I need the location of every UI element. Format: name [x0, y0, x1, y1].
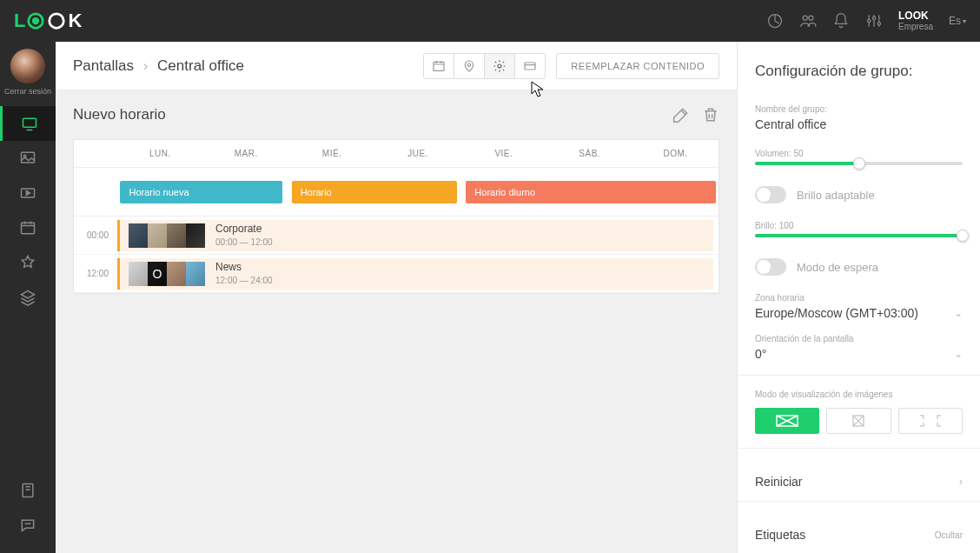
language-selector[interactable]: Es ▾ — [949, 15, 966, 27]
standby-label: Modo de espera — [797, 261, 878, 274]
playlist-thumbs: O — [129, 262, 205, 286]
day-header: MAR. — [203, 140, 289, 167]
brightness-slider[interactable] — [755, 234, 963, 237]
group-name-value[interactable]: Central office — [755, 117, 963, 131]
playlist-thumbs — [129, 223, 205, 248]
svg-point-7 — [872, 17, 875, 19]
svg-rect-18 — [525, 63, 535, 70]
playlist-range: 00:00 — 12:00 — [215, 237, 273, 248]
day-header: VIE. — [460, 140, 546, 167]
playlist-range: 12:00 — 24:00 — [215, 275, 273, 286]
breadcrumb-current: Central office — [157, 57, 244, 74]
svg-point-16 — [468, 63, 471, 66]
schedule-bar[interactable]: Horario nueva — [120, 181, 282, 203]
content-title: Nuevo horario — [73, 106, 166, 123]
day-header: MIÉ. — [289, 140, 375, 167]
topbar: L K LOOK Empresa Es ▾ — [0, 0, 980, 42]
orientation-label: Orientación de la pantalla — [755, 334, 963, 343]
schedule-bar[interactable]: Horario diurno — [466, 181, 715, 203]
group-name-label: Nombre del grupo: — [755, 104, 963, 114]
breadcrumb: Pantallas › Central office — [73, 57, 244, 75]
users-icon[interactable] — [799, 12, 817, 30]
card-button[interactable] — [514, 53, 546, 79]
image-mode-fit[interactable] — [826, 408, 891, 434]
edit-icon[interactable] — [672, 106, 690, 123]
sidebar: Cerrar sesión — [0, 42, 56, 553]
avatar[interactable] — [10, 49, 45, 83]
location-button[interactable] — [454, 53, 485, 79]
sidebar-item-apps[interactable] — [0, 245, 56, 280]
chevron-down-icon: ⌄ — [954, 348, 963, 360]
svg-rect-13 — [22, 223, 35, 234]
restart-link[interactable]: Reiniciar › — [755, 463, 963, 501]
image-mode-fill[interactable] — [898, 408, 963, 434]
playlist-row[interactable]: 00:00 Corporate 00:00 — 12:00 — [74, 217, 718, 255]
timezone-label: Zona horaria — [755, 293, 963, 303]
svg-point-2 — [50, 14, 64, 29]
bell-icon[interactable] — [832, 12, 850, 30]
playlist-time: 00:00 — [74, 230, 117, 240]
settings-icon[interactable] — [865, 12, 883, 30]
svg-rect-9 — [23, 118, 36, 127]
day-header: JUE. — [375, 140, 461, 167]
chevron-right-icon: › — [959, 476, 963, 488]
stats-icon[interactable] — [766, 12, 784, 30]
svg-point-8 — [877, 23, 880, 25]
replace-content-button[interactable]: REEMPLAZAR CONTENIDO — [556, 53, 719, 79]
tags-link[interactable]: Etiquetas Ocultar — [755, 516, 963, 553]
adaptive-brightness-label: Brillo adaptable — [797, 189, 875, 202]
svg-point-1 — [34, 18, 39, 23]
sidebar-item-help[interactable] — [0, 473, 56, 508]
sidebar-item-chat[interactable] — [0, 508, 56, 543]
standby-toggle[interactable] — [755, 258, 786, 276]
adaptive-brightness-toggle[interactable] — [755, 186, 786, 203]
settings-button[interactable] — [484, 53, 515, 79]
chevron-down-icon: ⌄ — [954, 307, 963, 319]
logo[interactable]: L K — [14, 10, 81, 32]
sidebar-item-schedules[interactable] — [0, 210, 56, 245]
timezone-select[interactable]: Europe/Moscow (GMT+03:00) ⌄ — [755, 306, 963, 320]
sidebar-item-media[interactable] — [0, 141, 56, 176]
svg-rect-14 — [23, 484, 33, 497]
schedule-grid: LUN. MAR. MIÉ. JUE. VIE. SÁB. DOM. Horar… — [73, 139, 719, 294]
day-header: LUN. — [117, 140, 203, 167]
brightness-label: Brillo: 100 — [755, 221, 963, 230]
playlist-name: Corporate — [215, 223, 273, 237]
breadcrumb-root[interactable]: Pantallas — [73, 57, 134, 74]
settings-panel: Configuración de grupo: Nombre del grupo… — [737, 42, 980, 553]
user-menu[interactable]: LOOK Empresa — [898, 10, 933, 31]
panel-title: Configuración de grupo: — [755, 63, 963, 80]
sidebar-item-playlists[interactable] — [0, 176, 56, 210]
day-header: SÁB. — [546, 140, 632, 167]
sidebar-item-layers[interactable] — [0, 280, 56, 315]
playlist-row[interactable]: 12:00 O News 12:00 — 24:00 — [74, 255, 718, 293]
trash-icon[interactable] — [702, 106, 719, 123]
sidebar-item-screens[interactable] — [0, 106, 56, 141]
svg-point-4 — [803, 16, 807, 20]
calendar-button[interactable] — [423, 53, 454, 79]
day-header: DOM. — [632, 140, 718, 167]
user-subtitle: Empresa — [898, 22, 933, 31]
svg-point-5 — [809, 16, 813, 20]
svg-point-6 — [867, 19, 870, 22]
user-name: LOOK — [898, 10, 929, 22]
playlist-name: News — [215, 261, 273, 275]
main-header: Pantallas › Central office REEMPLAZAR CO… — [56, 42, 737, 90]
image-mode-stretch[interactable] — [755, 408, 819, 434]
playlist-time: 12:00 — [74, 269, 117, 278]
svg-point-17 — [498, 64, 501, 68]
volume-slider[interactable] — [755, 162, 963, 165]
orientation-select[interactable]: 0° ⌄ — [755, 347, 963, 361]
main-area: Pantallas › Central office REEMPLAZAR CO… — [56, 42, 737, 553]
svg-rect-15 — [434, 62, 444, 70]
logout-link[interactable]: Cerrar sesión — [4, 87, 51, 96]
schedule-bar[interactable]: Horario — [292, 181, 457, 203]
svg-rect-10 — [22, 152, 35, 163]
image-mode-label: Modo de visualización de imágenes — [755, 390, 963, 399]
